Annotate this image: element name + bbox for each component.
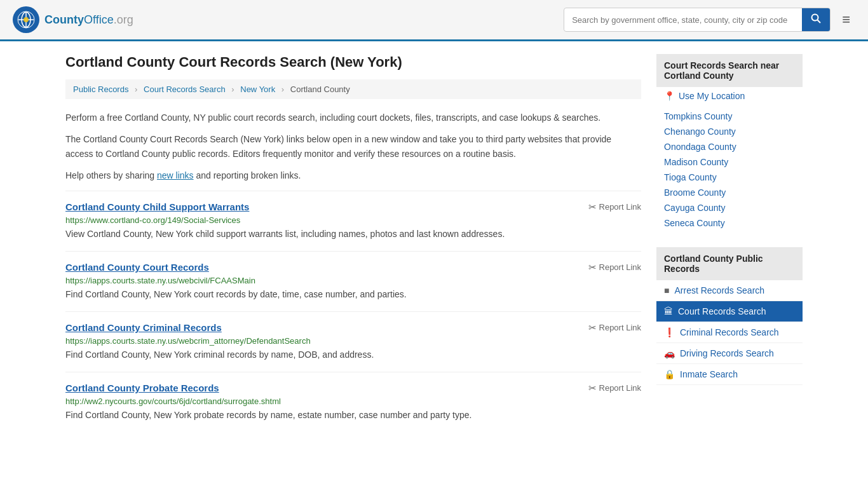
nearby-county-link[interactable]: Seneca County	[664, 218, 725, 228]
public-records-title: Cortland County Public Records	[656, 247, 803, 280]
nearby-county-item[interactable]: Cayuga County	[656, 200, 803, 215]
public-records-link[interactable]: Driving Records Search	[680, 348, 774, 358]
breadcrumb-court-records[interactable]: Court Records Search	[144, 85, 226, 94]
record-card: Cortland County Court Records ✂ Report L…	[65, 251, 641, 311]
record-type-icon: 🚗	[664, 348, 675, 358]
main-content: Cortland County Court Records Search (Ne…	[65, 54, 641, 432]
location-pin-icon: 📍	[664, 91, 675, 101]
nearby-county-item[interactable]: Madison County	[656, 154, 803, 170]
use-location-button[interactable]: 📍 Use My Location	[656, 87, 803, 105]
record-desc: Find Cortland County, New York criminal …	[65, 348, 641, 362]
header-right: ≡	[564, 8, 855, 32]
nearby-county-link[interactable]: Onondaga County	[664, 142, 736, 152]
nearby-county-item[interactable]: Broome County	[656, 185, 803, 200]
breadcrumb-new-york[interactable]: New York	[240, 85, 275, 94]
nearby-county-list: Tompkins CountyChenango CountyOnondaga C…	[656, 105, 803, 234]
nearby-county-item[interactable]: Chenango County	[656, 124, 803, 139]
new-links-link[interactable]: new links	[157, 170, 194, 180]
nearby-county-item[interactable]: Tioga County	[656, 170, 803, 185]
search-button[interactable]	[802, 8, 830, 31]
record-url[interactable]: https://www.cortland-co.org/149/Social-S…	[65, 215, 641, 225]
svg-point-5	[812, 15, 818, 21]
public-records-link[interactable]: Inmate Search	[680, 369, 738, 379]
logo-text: CountyOffice.org	[44, 13, 133, 27]
public-records-list: ■Arrest Records Search🏛Court Records Sea…	[656, 280, 803, 385]
nearby-county-link[interactable]: Chenango County	[664, 126, 736, 137]
record-card: Cortland County Child Support Warrants ✂…	[65, 191, 641, 251]
nearby-county-item[interactable]: Tompkins County	[656, 109, 803, 124]
record-header: Cortland County Probate Records ✂ Report…	[65, 383, 641, 394]
record-header: Cortland County Criminal Records ✂ Repor…	[65, 322, 641, 334]
svg-line-6	[818, 20, 821, 24]
nearby-county-link[interactable]: Tompkins County	[664, 111, 732, 121]
search-input[interactable]	[564, 10, 802, 30]
record-title[interactable]: Cortland County Court Records	[65, 262, 209, 273]
record-type-icon: ■	[664, 285, 669, 295]
record-title[interactable]: Cortland County Criminal Records	[65, 322, 222, 333]
record-type-icon: 🏛	[664, 306, 673, 316]
public-records-section: Cortland County Public Records ■Arrest R…	[656, 247, 803, 385]
record-desc: View Cortland County, New York child sup…	[65, 227, 641, 241]
report-link[interactable]: ✂ Report Link	[588, 322, 641, 334]
nearby-county-item[interactable]: Seneca County	[656, 215, 803, 231]
main-container: Cortland County Court Records Search (Ne…	[53, 41, 815, 445]
header: CountyOffice.org ≡	[0, 0, 868, 41]
record-desc: Find Cortland County, New York court rec…	[65, 288, 641, 301]
nearby-section-title: Court Records Search near Cortland Count…	[656, 54, 803, 87]
breadcrumb: Public Records › Court Records Search › …	[65, 79, 641, 99]
page-title: Cortland County Court Records Search (Ne…	[65, 54, 641, 71]
report-link[interactable]: ✂ Report Link	[588, 201, 641, 213]
menu-button[interactable]: ≡	[837, 9, 855, 30]
logo-area: CountyOffice.org	[13, 6, 133, 33]
scissors-icon: ✂	[588, 262, 597, 273]
nearby-county-link[interactable]: Tioga County	[664, 172, 717, 182]
record-cards: Cortland County Child Support Warrants ✂…	[65, 191, 641, 432]
nearby-county-link[interactable]: Broome County	[664, 187, 726, 198]
desc-para-1: Perform a free Cortland County, NY publi…	[65, 111, 641, 125]
nearby-county-link[interactable]: Madison County	[664, 157, 728, 167]
record-url[interactable]: http://ww2.nycourts.gov/courts/6jd/cortl…	[65, 396, 641, 406]
public-records-link[interactable]: Court Records Search	[678, 306, 766, 316]
record-desc: Find Cortland County, New York probate r…	[65, 409, 641, 422]
logo-icon	[13, 6, 39, 33]
public-records-item[interactable]: 🔒Inmate Search	[656, 364, 803, 385]
nearby-section: Court Records Search near Cortland Count…	[656, 54, 803, 234]
record-card: Cortland County Criminal Records ✂ Repor…	[65, 311, 641, 372]
breadcrumb-public-records[interactable]: Public Records	[73, 85, 128, 94]
record-type-icon: ❗	[664, 327, 675, 337]
report-link[interactable]: ✂ Report Link	[588, 262, 641, 273]
record-url[interactable]: https://iapps.courts.state.ny.us/webcivi…	[65, 276, 641, 285]
desc-para-3: Help others by sharing new links and rep…	[65, 168, 641, 182]
public-records-item[interactable]: ❗Criminal Records Search	[656, 322, 803, 343]
scissors-icon: ✂	[588, 322, 597, 334]
public-records-item[interactable]: 🏛Court Records Search	[656, 301, 803, 322]
public-records-item[interactable]: 🚗Driving Records Search	[656, 343, 803, 364]
record-card: Cortland County Probate Records ✂ Report…	[65, 372, 641, 432]
record-title[interactable]: Cortland County Child Support Warrants	[65, 201, 249, 212]
record-type-icon: 🔒	[664, 369, 675, 379]
desc-para-2: The Cortland County Court Records Search…	[65, 132, 641, 161]
svg-point-4	[24, 17, 29, 22]
breadcrumb-current: Cortland County	[290, 85, 350, 94]
use-location-label: Use My Location	[679, 91, 745, 101]
scissors-icon: ✂	[588, 201, 597, 213]
record-url[interactable]: https://iapps.courts.state.ny.us/webcrim…	[65, 336, 641, 346]
nearby-county-link[interactable]: Cayuga County	[664, 203, 726, 213]
sidebar: Court Records Search near Cortland Count…	[656, 54, 803, 432]
public-records-link[interactable]: Criminal Records Search	[680, 327, 779, 337]
public-records-link[interactable]: Arrest Records Search	[674, 285, 764, 295]
nearby-county-item[interactable]: Onondaga County	[656, 139, 803, 154]
scissors-icon: ✂	[588, 383, 597, 394]
search-bar	[564, 8, 831, 32]
record-title[interactable]: Cortland County Probate Records	[65, 383, 219, 393]
record-header: Cortland County Child Support Warrants ✂…	[65, 201, 641, 213]
record-header: Cortland County Court Records ✂ Report L…	[65, 262, 641, 273]
public-records-item[interactable]: ■Arrest Records Search	[656, 280, 803, 301]
report-link[interactable]: ✂ Report Link	[588, 383, 641, 394]
